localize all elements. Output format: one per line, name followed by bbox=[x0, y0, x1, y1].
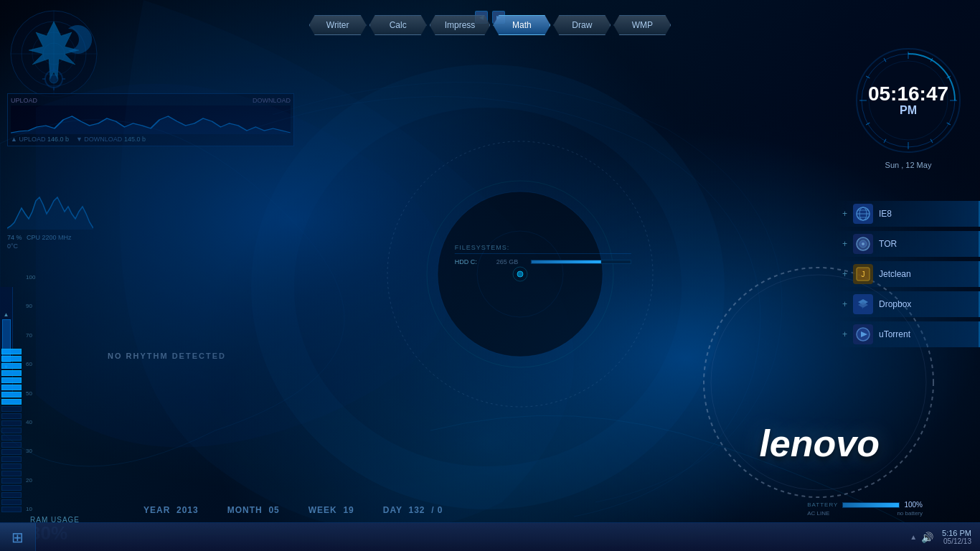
ram-bar-empty bbox=[1, 463, 22, 469]
ram-bar bbox=[1, 356, 22, 362]
tab-wmp[interactable]: WMP bbox=[613, 15, 671, 35]
ram-bar-empty bbox=[1, 471, 22, 476]
sidebar-plus-tor: + bbox=[842, 239, 847, 249]
ram-bar-empty bbox=[1, 478, 22, 484]
sidebar-plus-dropbox: + bbox=[842, 299, 847, 309]
clock-ampm: PM bbox=[868, 104, 948, 117]
sidebar-item-utorrent[interactable]: + uTorrent bbox=[837, 321, 980, 347]
ram-bar-empty bbox=[1, 492, 22, 498]
ram-bar bbox=[1, 377, 22, 383]
ram-bar bbox=[1, 349, 22, 354]
week-label: WEEK bbox=[308, 505, 337, 515]
svg-marker-50 bbox=[858, 302, 868, 308]
ram-bar-empty bbox=[1, 406, 22, 412]
ram-labels: 100 90 70 60 50 40 30 20 10 bbox=[26, 271, 35, 515]
month-label: MONTH bbox=[227, 505, 263, 515]
speaker-icon[interactable]: 🔊 bbox=[921, 532, 933, 543]
utorrent-label: uTorrent bbox=[879, 329, 910, 339]
top-bar: Writer Calc Impress Math Draw WMP bbox=[0, 0, 980, 50]
fs-drive-label: HDD C: bbox=[455, 258, 491, 265]
ram-meter bbox=[0, 271, 23, 515]
month-info: MONTH 05 bbox=[227, 505, 280, 515]
taskbar-time-container: 5:16 PM 05/12/13 bbox=[942, 529, 971, 545]
ram-bar-empty bbox=[1, 413, 22, 419]
ie8-icon bbox=[853, 204, 873, 224]
taskbar-date: 05/12/13 bbox=[942, 537, 971, 545]
battery-bar-fill bbox=[843, 503, 899, 507]
week-info: WEEK 19 bbox=[308, 505, 354, 515]
sidebar-plus-utorrent: + bbox=[842, 329, 847, 339]
fs-bar-bg bbox=[531, 260, 631, 264]
fs-drive-size: 265 GB bbox=[496, 258, 525, 265]
tor-label: TOR bbox=[879, 239, 897, 249]
ram-bar bbox=[1, 363, 22, 369]
svg-point-34 bbox=[517, 271, 523, 277]
battery-bar-bg bbox=[842, 502, 900, 508]
clock-widget: 05:16:47 PM Sun , 12 May bbox=[851, 43, 966, 169]
taskbar: ⊞ ▲ 🔊 5:16 PM 05/12/13 bbox=[0, 522, 980, 551]
clock-hours: 05:16:47 bbox=[868, 84, 948, 104]
sidebar-plus-ie8: + bbox=[842, 209, 847, 219]
clock-date: Sun , 12 May bbox=[851, 161, 966, 169]
year-label: YEAR bbox=[143, 505, 170, 515]
ram-bar bbox=[1, 370, 22, 376]
battery-ac-line: AC LINE bbox=[807, 510, 829, 517]
ram-container: 100 90 70 60 50 40 30 20 10 bbox=[0, 271, 122, 515]
sidebar-item-jetclean[interactable]: + J Jetclean bbox=[837, 261, 980, 287]
ram-bar-empty bbox=[1, 428, 22, 433]
jetclean-label: Jetclean bbox=[879, 269, 911, 279]
tab-calc[interactable]: Calc bbox=[369, 15, 427, 35]
jetclean-icon: J bbox=[853, 264, 873, 284]
svg-point-46 bbox=[862, 242, 864, 245]
filesystem-widget: FILESYSTEMS: HDD C: 265 GB bbox=[455, 244, 631, 268]
bottom-info: YEAR 2013 MONTH 05 WEEK 19 DAY 132 / 0 bbox=[143, 505, 443, 515]
sidebar-item-tor[interactable]: + TOR bbox=[837, 231, 980, 257]
ram-label-100: 100 bbox=[26, 274, 35, 281]
ram-label-90: 90 bbox=[26, 303, 35, 309]
dropbox-label: Dropbox bbox=[879, 299, 911, 309]
battery-status: no battery bbox=[897, 510, 923, 517]
dropbox-icon bbox=[853, 294, 873, 314]
tor-icon bbox=[853, 234, 873, 254]
ram-bar-empty bbox=[1, 442, 22, 448]
ram-bar-empty bbox=[1, 456, 22, 462]
taskbar-right: ▲ 🔊 5:16 PM 05/12/13 bbox=[910, 529, 980, 545]
battery-widget: BATTERY 100% AC LINE no battery bbox=[807, 501, 923, 517]
year-value: 2013 bbox=[176, 505, 199, 515]
taskbar-arrow-up-icon: ▲ bbox=[910, 533, 917, 541]
ram-label-50: 50 bbox=[26, 390, 35, 397]
start-button[interactable]: ⊞ bbox=[0, 523, 36, 552]
fs-title: FILESYSTEMS: bbox=[455, 244, 631, 254]
taskbar-icons: ▲ 🔊 bbox=[910, 532, 933, 543]
sidebar-item-dropbox[interactable]: + Dropbox bbox=[837, 291, 980, 317]
taskbar-time: 5:16 PM bbox=[942, 529, 971, 537]
tab-math[interactable]: Math bbox=[493, 15, 550, 35]
ram-label-40: 40 bbox=[26, 419, 35, 425]
year-info: YEAR 2013 bbox=[143, 505, 199, 515]
day-label: DAY bbox=[383, 505, 402, 515]
svg-text:J: J bbox=[862, 270, 865, 278]
tab-draw[interactable]: Draw bbox=[553, 15, 611, 35]
ie8-label: IE8 bbox=[879, 209, 892, 219]
battery-percent: 100% bbox=[904, 501, 923, 509]
fs-bar-fill bbox=[532, 260, 601, 263]
sidebar-item-ie8[interactable]: + IE8 bbox=[837, 201, 980, 227]
tab-impress[interactable]: Impress bbox=[430, 15, 491, 35]
ram-label-70: 70 bbox=[26, 332, 35, 339]
week-value: 19 bbox=[343, 505, 354, 515]
tab-writer[interactable]: Writer bbox=[309, 15, 367, 35]
ram-bar-empty bbox=[1, 499, 22, 505]
ram-bar-empty bbox=[1, 420, 22, 426]
ram-bar bbox=[1, 385, 22, 390]
ram-bar-empty bbox=[1, 485, 22, 491]
ram-label-10: 10 bbox=[26, 506, 35, 512]
lenovo-logo: lenovo bbox=[759, 422, 880, 465]
day-value: 132 bbox=[408, 505, 425, 515]
day-info: DAY 132 / 0 bbox=[383, 505, 443, 515]
ram-bar-empty bbox=[1, 435, 22, 441]
day-extra: / 0 bbox=[431, 505, 443, 515]
clock-circle: 05:16:47 PM bbox=[851, 43, 966, 158]
ram-bar-empty bbox=[1, 449, 22, 455]
ram-label-60: 60 bbox=[26, 361, 35, 367]
fs-row-0: HDD C: 265 GB bbox=[455, 258, 631, 265]
